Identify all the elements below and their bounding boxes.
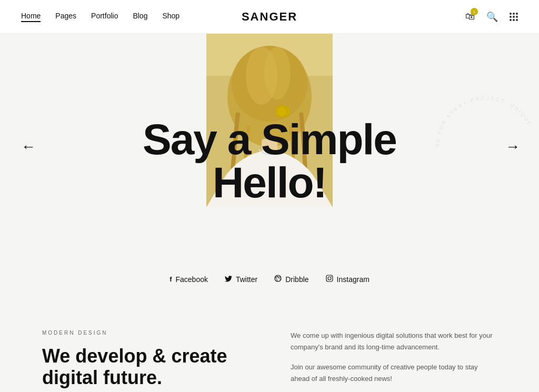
- hero-section: ← →: [0, 34, 539, 260]
- dribbble-label: Dribble: [285, 275, 308, 284]
- svg-point-12: [328, 277, 331, 280]
- twitter-label: Twitter: [236, 275, 257, 284]
- next-arrow[interactable]: →: [505, 138, 518, 155]
- instagram-link[interactable]: Instagram: [326, 275, 370, 284]
- nav-actions: 🛍 1 🔍: [465, 11, 518, 23]
- svg-point-5: [264, 47, 291, 99]
- twitter-link[interactable]: Twitter: [225, 275, 257, 284]
- nav-pages[interactable]: Pages: [55, 12, 76, 22]
- svg-point-7: [279, 106, 290, 117]
- navbar: Home Pages Portfolio Blog Shop SANGER 🛍 …: [0, 0, 539, 34]
- svg-point-8: [281, 108, 287, 115]
- social-bar: f Facebook Twitter Dribble Instagram: [0, 260, 539, 298]
- dribbble-link[interactable]: Dribble: [274, 275, 308, 284]
- grid-menu-icon[interactable]: [510, 13, 518, 21]
- svg-point-10: [275, 275, 281, 282]
- site-logo[interactable]: SANGER: [242, 10, 297, 24]
- hero-image-wrapper: [206, 34, 333, 207]
- bottom-section: MODERN DESIGN We develop & create digita…: [0, 298, 539, 392]
- facebook-link[interactable]: f Facebook: [169, 275, 208, 284]
- watermark: AS FOR EVERY PROJECT. UNIQUE: [428, 89, 539, 207]
- heading-line2: digital future.: [42, 367, 162, 388]
- section-heading: We develop & create digital future.: [42, 345, 248, 389]
- heading-line1: We develop & create: [42, 345, 227, 367]
- nav-portfolio[interactable]: Portfolio: [91, 12, 118, 22]
- body-text-1: We come up with ingenious digital soluti…: [291, 330, 497, 353]
- bottom-left: MODERN DESIGN We develop & create digita…: [42, 330, 280, 392]
- search-icon[interactable]: 🔍: [486, 11, 498, 23]
- svg-point-13: [331, 276, 332, 277]
- cart-badge: 1: [471, 8, 478, 15]
- body-text-2: Join our awesome community of creative p…: [291, 361, 497, 385]
- instagram-label: Instagram: [337, 275, 370, 284]
- instagram-icon: [326, 275, 333, 284]
- facebook-icon: f: [169, 275, 172, 283]
- dribbble-icon: [274, 275, 282, 284]
- nav-shop[interactable]: Shop: [162, 12, 179, 22]
- svg-rect-11: [326, 275, 333, 282]
- hero-image: [206, 34, 333, 207]
- nav-blog[interactable]: Blog: [133, 12, 147, 22]
- nav-links: Home Pages Portfolio Blog Shop: [21, 12, 179, 22]
- svg-text:AS FOR EVERY PROJECT. UNIQUE: AS FOR EVERY PROJECT. UNIQUE: [434, 95, 533, 147]
- bottom-right: We come up with ingenious digital soluti…: [280, 330, 497, 392]
- prev-arrow[interactable]: ←: [21, 138, 34, 155]
- nav-home[interactable]: Home: [21, 12, 41, 22]
- cart-icon[interactable]: 🛍 1: [465, 11, 475, 22]
- section-label: MODERN DESIGN: [42, 330, 248, 336]
- facebook-label: Facebook: [176, 275, 208, 284]
- twitter-icon: [225, 275, 232, 284]
